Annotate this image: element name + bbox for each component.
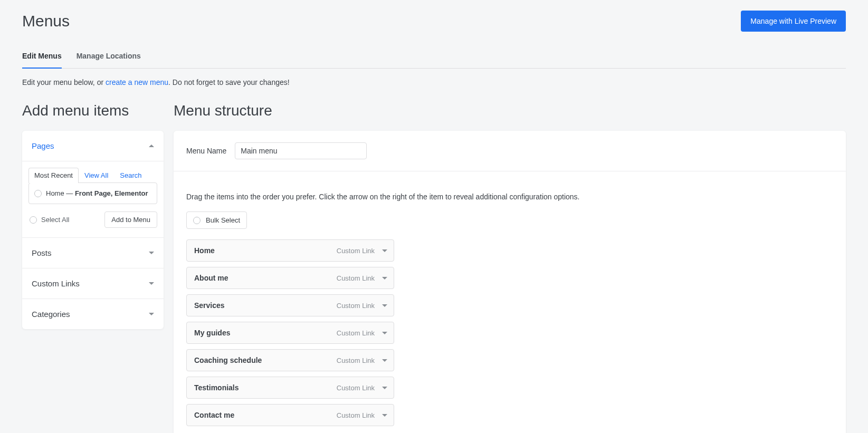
menu-item-type: Custom Link	[337, 302, 375, 310]
menu-item-meta: Custom Link	[337, 384, 387, 392]
menu-item-meta: Custom Link	[337, 302, 387, 310]
menu-item[interactable]: ServicesCustom Link	[186, 294, 394, 316]
chevron-down-icon[interactable]	[382, 332, 387, 334]
select-all-toggle[interactable]: Select All	[28, 216, 69, 224]
tab-edit-menus[interactable]: Edit Menus	[22, 47, 62, 69]
menu-item-label: Coaching schedule	[194, 356, 262, 364]
menu-item-label: Home	[194, 246, 215, 255]
accordion-posts-label: Posts	[32, 248, 52, 257]
hint-prefix: Edit your menu below, or	[22, 78, 106, 86]
menu-item[interactable]: HomeCustom Link	[186, 239, 394, 262]
checkbox-icon[interactable]	[193, 217, 201, 224]
tab-manage-locations[interactable]: Manage Locations	[77, 47, 141, 69]
page-title: Menus	[22, 12, 70, 30]
bulk-select-label: Bulk Select	[206, 216, 240, 224]
menu-item-label: My guides	[194, 329, 230, 337]
menu-item-meta: Custom Link	[337, 411, 387, 419]
page-item-suffix: Front Page, Elementor	[75, 189, 148, 197]
create-new-menu-link[interactable]: create a new menu	[106, 78, 168, 86]
menu-item-meta: Custom Link	[337, 329, 387, 337]
accordion-pages-label: Pages	[32, 141, 54, 150]
checkbox-icon[interactable]	[34, 190, 42, 197]
menu-name-label: Menu Name	[186, 147, 226, 155]
menu-item-label: Testimonials	[194, 383, 239, 392]
accordion-pages-body: Most Recent View All Search Home — Front…	[22, 161, 164, 237]
chevron-down-icon[interactable]	[382, 359, 387, 362]
menu-structure-title: Menu structure	[174, 102, 846, 119]
manage-live-preview-button[interactable]: Manage with Live Preview	[741, 11, 846, 32]
add-to-menu-button[interactable]: Add to Menu	[104, 211, 157, 228]
menu-item-type: Custom Link	[337, 247, 375, 255]
menu-item-type: Custom Link	[337, 274, 375, 282]
menu-item-meta: Custom Link	[337, 247, 387, 255]
checkbox-icon[interactable]	[30, 216, 37, 224]
add-items-accordion: Pages Most Recent View All Search Home —…	[22, 131, 164, 329]
menu-item-type: Custom Link	[337, 357, 375, 364]
menu-item-meta: Custom Link	[337, 357, 387, 364]
menu-item-label: Services	[194, 301, 225, 310]
menu-structure-card: Menu Name Drag the items into the order …	[174, 131, 846, 433]
page-item-box: Home — Front Page, Elementor	[28, 182, 157, 204]
menu-items-list: HomeCustom LinkAbout meCustom LinkServic…	[186, 239, 394, 426]
edit-hint: Edit your menu below, or create a new me…	[22, 78, 846, 86]
chevron-down-icon[interactable]	[382, 387, 387, 389]
chevron-down-icon[interactable]	[382, 304, 387, 307]
chevron-down-icon	[149, 252, 154, 254]
menu-item-label: Contact me	[194, 411, 234, 419]
accordion-categories-header[interactable]: Categories	[22, 299, 164, 329]
pages-inner-tabs: Most Recent View All Search	[28, 168, 157, 182]
inner-tab-search[interactable]: Search	[114, 168, 147, 182]
page-item-prefix: Home —	[46, 189, 75, 197]
add-menu-items-title: Add menu items	[22, 102, 164, 119]
bulk-select-button[interactable]: Bulk Select	[186, 211, 247, 229]
chevron-down-icon[interactable]	[382, 277, 387, 280]
menu-item[interactable]: Contact meCustom Link	[186, 404, 394, 426]
inner-tab-most-recent[interactable]: Most Recent	[28, 168, 79, 183]
menu-item-type: Custom Link	[337, 384, 375, 392]
accordion-posts-header[interactable]: Posts	[22, 237, 164, 268]
menu-item[interactable]: TestimonialsCustom Link	[186, 377, 394, 399]
page-item-row-home[interactable]: Home — Front Page, Elementor	[34, 189, 151, 197]
chevron-down-icon	[149, 282, 154, 285]
accordion-custom-links-label: Custom Links	[32, 279, 80, 288]
chevron-up-icon	[149, 145, 154, 147]
menu-item-meta: Custom Link	[337, 274, 387, 282]
page-item-label: Home — Front Page, Elementor	[46, 189, 148, 197]
hint-suffix: . Do not forget to save your changes!	[168, 78, 290, 86]
menu-item[interactable]: My guidesCustom Link	[186, 322, 394, 344]
menu-item-type: Custom Link	[337, 411, 375, 419]
accordion-custom-links-header[interactable]: Custom Links	[22, 268, 164, 299]
accordion-categories-label: Categories	[32, 310, 70, 319]
inner-tab-view-all[interactable]: View All	[79, 168, 114, 182]
chevron-down-icon[interactable]	[382, 249, 387, 252]
structure-hint: Drag the items into the order you prefer…	[186, 193, 833, 201]
chevron-down-icon	[149, 313, 154, 315]
menu-item[interactable]: Coaching scheduleCustom Link	[186, 349, 394, 371]
accordion-pages-header[interactable]: Pages	[22, 131, 164, 161]
chevron-down-icon[interactable]	[382, 414, 387, 417]
menu-name-input[interactable]	[235, 142, 367, 159]
menu-item-type: Custom Link	[337, 329, 375, 337]
menu-item-label: About me	[194, 274, 228, 282]
tabs: Edit Menus Manage Locations	[22, 47, 846, 69]
select-all-label: Select All	[41, 216, 69, 224]
menu-item[interactable]: About meCustom Link	[186, 267, 394, 289]
